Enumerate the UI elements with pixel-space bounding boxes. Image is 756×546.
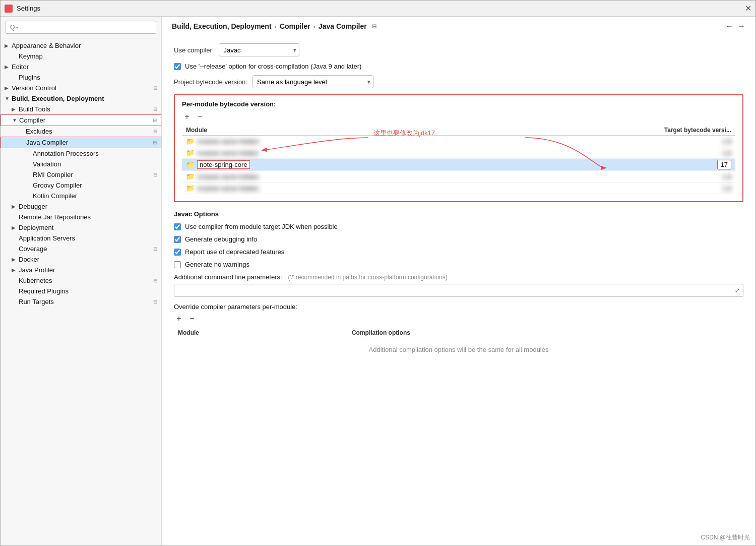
cross-compile-checkbox[interactable] xyxy=(174,63,181,70)
cb-deprecated[interactable] xyxy=(174,249,181,256)
window-icon: ⊟ xyxy=(153,85,157,91)
bytecode-version-row: Project bytecode version: Same as langua… xyxy=(174,75,743,88)
breadcrumb-part3: Java Compiler xyxy=(319,22,367,30)
sidebar-item-appearance[interactable]: ▶ Appearance & Behavior xyxy=(1,40,161,51)
version-blurred: 1.8 xyxy=(722,173,731,180)
table-row[interactable]: 📁module-name-hidden1.8 xyxy=(182,183,735,194)
back-button[interactable]: ← xyxy=(725,22,733,31)
sidebar-item-debugger[interactable]: ▶ Debugger xyxy=(1,201,161,212)
module-name: note-spring-core xyxy=(197,160,250,169)
module-table: Module Target bytecode versi... 📁module-… xyxy=(182,125,735,194)
breadcrumb-icon: ⊟ xyxy=(372,23,376,30)
window-icon: ⊟ xyxy=(153,299,157,305)
expand-icon: ▶ xyxy=(5,64,12,70)
sidebar-item-required-plugins[interactable]: Required Plugins xyxy=(1,286,161,296)
sidebar: ▶ Appearance & Behavior Keymap ▶ Editor … xyxy=(1,17,162,545)
cb-debug[interactable] xyxy=(174,236,181,243)
expand-icon: ▶ xyxy=(12,225,19,230)
table-controls: + − xyxy=(182,112,735,122)
sidebar-item-label: Editor xyxy=(12,63,157,71)
sidebar-item-label: Kotlin Compiler xyxy=(33,192,157,200)
expand-icon: ▶ xyxy=(12,257,19,262)
module-cell-2: 📁note-spring-core xyxy=(182,159,469,171)
remove-module-button[interactable]: − xyxy=(195,112,205,122)
sidebar-item-excludes[interactable]: Excludes ⊟ xyxy=(1,126,161,137)
module-name: module-name-hidden xyxy=(197,185,259,192)
table-row[interactable]: 📁module-name-hidden1.8 xyxy=(182,147,735,159)
sidebar-item-annotation-processors[interactable]: Annotation Processors xyxy=(1,148,161,159)
sidebar-item-validation[interactable]: Validation xyxy=(1,159,161,169)
module-name: module-name-hidden xyxy=(197,173,259,180)
breadcrumb-part1: Build, Execution, Deployment xyxy=(172,22,272,30)
cb-no-warnings[interactable] xyxy=(174,261,181,268)
override-hint: Additional compilation options will be t… xyxy=(178,340,739,359)
version-cell-3: 1.8 xyxy=(469,171,735,183)
window-icon: ⊟ xyxy=(153,106,157,112)
close-button[interactable]: ✕ xyxy=(745,4,751,13)
sidebar-item-build-tools[interactable]: ▶ Build Tools ⊟ xyxy=(1,104,161,114)
expand-icon: ▶ xyxy=(12,204,19,209)
sidebar-item-coverage[interactable]: Coverage ⊟ xyxy=(1,244,161,254)
add-override-button[interactable]: + xyxy=(174,314,184,324)
search-input[interactable] xyxy=(6,21,156,34)
override-section: Override compiler parameters per-module:… xyxy=(174,303,743,361)
sidebar-item-label: Groovy Compiler xyxy=(33,181,157,189)
sidebar-item-version-control[interactable]: ▶ Version Control ⊟ xyxy=(1,83,161,93)
cb-compiler-jdk[interactable] xyxy=(174,223,181,230)
sidebar-item-label: Kubernetes xyxy=(19,277,151,284)
sidebar-item-plugins[interactable]: Plugins xyxy=(1,72,161,83)
sidebar-item-docker[interactable]: ▶ Docker xyxy=(1,254,161,265)
sidebar-item-editor[interactable]: ▶ Editor xyxy=(1,62,161,72)
sidebar-item-run-targets[interactable]: Run Targets ⊟ xyxy=(1,296,161,307)
cb-no-warnings-row: Generate no warnings xyxy=(174,261,743,268)
version-cell-0: 1.8 xyxy=(469,136,735,147)
forward-button[interactable]: → xyxy=(737,22,745,31)
sidebar-item-java-compiler[interactable]: Java Compiler ⊟ xyxy=(1,137,161,148)
sidebar-item-rmi-compiler[interactable]: RMI Compiler ⊟ xyxy=(1,169,161,180)
expand-input-icon[interactable]: ⤢ xyxy=(732,287,743,294)
sidebar-item-label: Build Tools xyxy=(19,105,151,113)
breadcrumb: Build, Execution, Deployment › Compiler … xyxy=(172,22,376,30)
use-compiler-label: Use compiler: xyxy=(174,46,214,54)
cb-compiler-jdk-label: Use compiler from module target JDK when… xyxy=(185,223,338,230)
folder-icon: 📁 xyxy=(186,184,195,192)
override-table-controls: + − xyxy=(174,314,743,324)
sidebar-item-label: Required Plugins xyxy=(19,287,157,295)
window-icon: ⊟ xyxy=(153,129,157,134)
window-icon: ⊟ xyxy=(153,117,157,123)
sidebar-item-deployment[interactable]: ▶ Deployment xyxy=(1,222,161,233)
additional-params-label: Additional command line parameters: xyxy=(174,273,282,281)
javac-options-header: Javac Options xyxy=(174,210,743,218)
expand-icon: ▼ xyxy=(5,96,12,101)
col-target: Target bytecode versi... xyxy=(469,125,735,136)
sidebar-item-label: Run Targets xyxy=(19,298,151,306)
sidebar-item-remote-jar[interactable]: Remote Jar Repositories xyxy=(1,212,161,222)
override-table: Module Compilation options Additional co… xyxy=(174,328,743,361)
table-row[interactable]: 📁module-name-hidden1.8 xyxy=(182,136,735,147)
sidebar-item-keymap[interactable]: Keymap xyxy=(1,51,161,62)
sidebar-item-label: Deployment xyxy=(19,224,157,231)
per-module-title: Per-module bytecode version: xyxy=(182,100,735,108)
sidebar-item-compiler[interactable]: ▼ Compiler ⊟ xyxy=(1,114,161,126)
sidebar-item-build-exec[interactable]: ▼ Build, Execution, Deployment xyxy=(1,93,161,104)
table-row[interactable]: 📁note-spring-core17 xyxy=(182,159,735,171)
add-module-button[interactable]: + xyxy=(182,112,192,122)
module-cell-1: 📁module-name-hidden xyxy=(182,147,469,159)
module-cell-0: 📁module-name-hidden xyxy=(182,136,469,147)
sidebar-item-java-profiler[interactable]: ▶ Java Profiler xyxy=(1,265,161,275)
sidebar-item-groovy-compiler[interactable]: Groovy Compiler xyxy=(1,180,161,191)
remove-override-button[interactable]: − xyxy=(187,314,197,324)
sidebar-item-kubernetes[interactable]: Kubernetes ⊟ xyxy=(1,275,161,286)
override-col-options: Compilation options xyxy=(348,328,743,338)
sidebar-item-label: Validation xyxy=(33,160,157,168)
additional-params-input[interactable] xyxy=(174,284,732,296)
table-row[interactable]: 📁module-name-hidden1.8 xyxy=(182,171,735,183)
breadcrumb-sep1: › xyxy=(275,23,277,30)
sidebar-item-label: Keymap xyxy=(19,52,157,60)
use-compiler-select[interactable]: Javac xyxy=(219,43,299,56)
sidebar-item-label: Appearance & Behavior xyxy=(12,42,157,49)
sidebar-item-app-servers[interactable]: Application Servers xyxy=(1,233,161,244)
cross-compile-label: Use '--release' option for cross-compila… xyxy=(185,63,361,70)
sidebar-item-kotlin-compiler[interactable]: Kotlin Compiler xyxy=(1,191,161,201)
bytecode-version-select[interactable]: Same as language level xyxy=(253,75,373,88)
